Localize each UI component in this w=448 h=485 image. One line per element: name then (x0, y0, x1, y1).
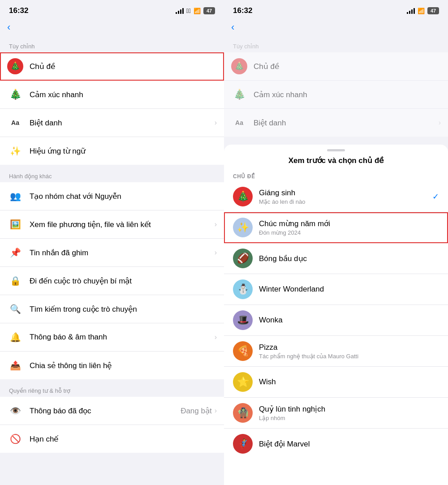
nickname-text-right: Biệt danh (254, 118, 439, 128)
media-text-left: Xem file phương tiện, file và liên kết (30, 220, 215, 229)
read-receipt-icon-left: 👁️ (7, 403, 23, 419)
battery-left: 47 (203, 7, 215, 14)
winter-info: Winter Wonderland (259, 285, 439, 294)
quy-lun-info: Quỷ lùn tinh nghịch Lập nhóm (259, 404, 439, 421)
settings-item-share-contact[interactable]: 📤 Chia sẻ thông tin liên hệ (0, 352, 224, 379)
pizza-info: Pizza Tác phẩm nghệ thuật của Mauro Gatt… (259, 343, 439, 360)
marvel-icon: 🦸 (233, 434, 253, 454)
nam-moi-icon: ✨ (233, 218, 253, 237)
settings-item-pinned[interactable]: 📌 Tin nhắn đã ghim › (0, 239, 224, 267)
quy-lun-icon: 🧌 (233, 403, 253, 423)
status-time-right: 16:32 (233, 6, 252, 15)
theme-icon-left: 🎄 (7, 58, 23, 74)
bong-bau-duc-name: Bóng bầu dục (259, 254, 439, 263)
nickname-chevron-right: › (439, 119, 441, 127)
secret-icon-left: 🔒 (7, 273, 23, 289)
settings-list-hanh-dong-left: 👥 Tạo nhóm chat với Nguyễn 🖼️ Xem file p… (0, 182, 224, 379)
notif-icon-left: 🔔 (7, 329, 23, 345)
giang-sinh-icon: 🎄 (233, 187, 253, 206)
theme-item-nam-moi[interactable]: ✨ Chúc mừng năm mới Đón mừng 2024 (224, 212, 448, 243)
theme-item-marvel[interactable]: 🦸 Biệt đội Marvel (224, 429, 448, 459)
pizza-desc: Tác phẩm nghệ thuật của Mauro Gatti (259, 353, 439, 360)
wish-icon: ⭐ (233, 372, 253, 392)
section-label-tuy-chinh-left: Tùy chỉnh (0, 39, 224, 52)
nam-moi-desc: Đón mừng 2024 (259, 229, 439, 236)
pinned-icon-left: 📌 (7, 245, 23, 261)
create-group-text-left: Tạo nhóm chat với Nguyễn (30, 192, 217, 201)
settings-list-tuy-chinh-left: 🎄 Chủ đề 🎄 Cảm xúc nhanh Aa Biệt danh › … (0, 52, 224, 165)
settings-item-create-group[interactable]: 👥 Tạo nhóm chat với Nguyễn (0, 182, 224, 210)
nam-moi-info: Chúc mừng năm mới Đón mừng 2024 (259, 219, 439, 236)
dimmed-background-right: Tùy chỉnh 🎄 Chủ đề 🎄 Cảm xúc nhanh Aa Bi… (224, 39, 448, 140)
nam-moi-name: Chúc mừng năm mới (259, 219, 439, 228)
theme-item-bong-bau-duc[interactable]: 🏈 Bóng bầu dục (224, 243, 448, 274)
settings-item-theme[interactable]: 🎄 Chủ đề (0, 52, 224, 81)
settings-item-notif[interactable]: 🔔 Thông báo & âm thanh › (0, 323, 224, 352)
giang-sinh-name: Giáng sinh (259, 189, 432, 197)
status-icons-right: 📶 47 (407, 7, 439, 14)
settings-item-nickname-right: Aa Biệt danh › (224, 109, 448, 137)
wish-name: Wish (259, 378, 439, 386)
section-label-privacy-left: Quyền riêng tư & hỗ trợ (0, 383, 224, 397)
settings-item-media[interactable]: 🖼️ Xem file phương tiện, file và liên kế… (0, 210, 224, 239)
theme-item-quy-lun[interactable]: 🧌 Quỷ lùn tinh nghịch Lập nhóm (224, 398, 448, 429)
reaction-icon-right: 🎄 (231, 86, 247, 103)
theme-text-left: Chủ đề (30, 62, 217, 71)
pizza-name: Pizza (259, 343, 439, 352)
media-chevron-left: › (215, 220, 217, 228)
reaction-text-right: Cảm xúc nhanh (254, 90, 441, 99)
back-button-right[interactable]: ‹ (224, 18, 448, 39)
theme-item-wish[interactable]: ⭐ Wish (224, 367, 448, 398)
battery-right: 47 (427, 7, 439, 14)
restrict-icon-left: 🚫 (7, 431, 23, 447)
nickname-chevron-left: › (215, 119, 217, 127)
create-group-icon-left: 👥 (7, 188, 23, 204)
nickname-text-left: Biệt danh (30, 118, 215, 128)
wifi-symbol-right: 📶 (418, 8, 425, 14)
wish-info: Wish (259, 378, 439, 386)
search-conv-text-left: Tìm kiếm trong cuộc trò chuyện (30, 305, 217, 314)
pinned-text-left: Tin nhắn đã ghim (30, 248, 215, 258)
signal-icon-right (407, 8, 415, 14)
status-icons-left: ⊖⃝ 📶 47 (176, 7, 215, 14)
section-label-hanh-dong-left: Hành động khác (0, 168, 224, 182)
theme-item-winter[interactable]: ⛄ Winter Wonderland (224, 274, 448, 305)
pizza-icon: 🍕 (233, 341, 253, 361)
share-contact-text-left: Chia sẻ thông tin liên hệ (30, 361, 217, 370)
sheet-section-label: CHỦ ĐỀ (224, 170, 448, 181)
theme-icon-right: 🎄 (231, 58, 247, 74)
pinned-chevron-left: › (215, 249, 217, 257)
wonka-icon: 🎩 (233, 310, 253, 330)
marvel-info: Biệt đội Marvel (259, 439, 439, 449)
wifi-symbol-left: 📶 (194, 8, 201, 14)
winter-name: Winter Wonderland (259, 285, 439, 294)
theme-sheet: Xem trước và chọn chủ đề CHỦ ĐỀ 🎄 Giáng … (224, 145, 448, 485)
secret-text-left: Đi đến cuộc trò chuyện bí mật (30, 276, 217, 286)
back-button-left[interactable]: ‹ (0, 18, 224, 39)
notif-chevron-left: › (215, 333, 217, 341)
nickname-icon-right: Aa (231, 115, 247, 131)
settings-item-nickname[interactable]: Aa Biệt danh › (0, 109, 224, 137)
theme-text-right: Chủ đề (254, 62, 441, 71)
read-receipt-text-left: Thông báo đã đọc (30, 406, 181, 416)
settings-item-reaction[interactable]: 🎄 Cảm xúc nhanh (0, 81, 224, 109)
quy-lun-desc: Lập nhóm (259, 415, 439, 421)
theme-item-pizza[interactable]: 🍕 Pizza Tác phẩm nghệ thuật của Mauro Ga… (224, 336, 448, 367)
notif-text-left: Thông báo & âm thanh (30, 333, 215, 342)
reaction-text-left: Cảm xúc nhanh (30, 90, 217, 99)
settings-item-restrict[interactable]: 🚫 Hạn chế (0, 425, 224, 453)
theme-item-giang-sinh[interactable]: 🎄 Giáng sinh Mặc áo len đi nào ✓ (224, 181, 448, 212)
settings-item-read-receipt[interactable]: 👁️ Thông báo đã đọc Đang bật › (0, 397, 224, 425)
settings-item-secret[interactable]: 🔒 Đi đến cuộc trò chuyện bí mật (0, 267, 224, 295)
status-bar-right: 16:32 📶 47 (224, 0, 448, 18)
giang-sinh-info: Giáng sinh Mặc áo len đi nào (259, 189, 432, 205)
share-contact-icon-left: 📤 (7, 357, 23, 373)
theme-item-wonka[interactable]: 🎩 Wonka (224, 305, 448, 336)
wonka-info: Wonka (259, 316, 439, 325)
marvel-name: Biệt đội Marvel (259, 439, 439, 449)
search-conv-icon-left: 🔍 (7, 301, 23, 317)
left-panel: 16:32 ⊖⃝ 📶 47 ‹ Tùy chỉnh 🎄 Chủ đề 🎄 Cảm… (0, 0, 224, 485)
settings-item-effect[interactable]: ✨ Hiệu ứng từ ngữ (0, 137, 224, 165)
back-chevron-right: ‹ (231, 21, 234, 33)
settings-item-search-conv[interactable]: 🔍 Tìm kiếm trong cuộc trò chuyện (0, 295, 224, 323)
